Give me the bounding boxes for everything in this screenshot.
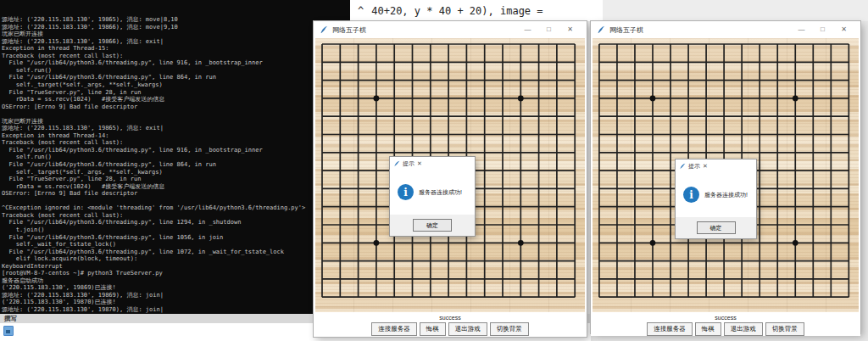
terminal-line: t.join() [2, 226, 350, 234]
editor-caret: ^ [358, 5, 364, 17]
terminal-line: 源地址: ('220.115.183.130', 19866), 消息: mov… [2, 24, 350, 31]
gomoku-window-2: 网络五子棋 — □ ✕ success 连接服务器 悔棋 退出游戏 切换背景 提… [591, 21, 860, 333]
dialog-close-icon[interactable]: ✕ [417, 160, 422, 167]
desktop-background [603, 0, 868, 21]
minimize-button[interactable]: — [517, 21, 538, 38]
terminal-line: KeyboardInterrupt [2, 263, 350, 271]
switch-background-button[interactable]: 切换背景 [765, 322, 804, 336]
exit-game-button[interactable]: 退出游戏 [724, 322, 763, 336]
info-icon: i [398, 184, 414, 200]
terminal-line: Traceback (most recent call last): [2, 139, 350, 147]
terminal-line: 源地址: ('220.115.183.130', 19870), 消息: joi… [2, 306, 350, 314]
dialog-title: 提示 [403, 159, 415, 168]
terminal-line: File "/usr/lib64/python3.6/threading.py"… [2, 59, 350, 67]
close-button[interactable]: ✕ [833, 21, 854, 38]
terminal-line: File "/usr/lib64/python3.6/threading.py"… [2, 161, 350, 169]
dialog-titlebar[interactable]: 提示 ✕ [676, 159, 756, 172]
file-thumbnail-icon[interactable] [3, 326, 14, 336]
window-bottom-bar: success 连接服务器 悔棋 退出游戏 切换背景 [314, 312, 587, 337]
maximize-button[interactable]: □ [538, 21, 559, 38]
terminal-line: self._target(*self._args, **self._kwargs… [2, 169, 350, 176]
terminal-line: [root@VM-8-7-centos ~]# python3 TrueServ… [2, 270, 350, 277]
dialog-title: 提示 [688, 162, 700, 170]
terminal-line: rData = ss.recv(1024) #接受客户端发送的信息 [2, 96, 350, 103]
exit-game-button[interactable]: 退出游戏 [448, 322, 487, 336]
dialog-close-icon[interactable]: ✕ [703, 163, 708, 170]
status-label: success [439, 315, 460, 321]
terminal-line: OSError: [Errno 9] Bad file descriptor [2, 103, 350, 111]
terminal-line: 源地址: ('220.115.183.130', 19865), 消息: mov… [2, 16, 350, 24]
feather-app-icon [320, 25, 328, 34]
terminal-line: ('220.115.183.130', 19870)已连接! [2, 299, 350, 306]
terminal-line: ^CException ignored in: <module 'threadi… [2, 204, 350, 212]
window-title: 网络五子棋 [609, 25, 791, 35]
window-bottom-bar: success 连接服务器 悔棋 退出游戏 切换背景 [591, 312, 860, 336]
terminal-line: OSError: [Errno 9] Bad file descriptor [2, 190, 350, 198]
compose-tab-label: 撰写 [4, 315, 17, 323]
terminal-line: File "/usr/lib64/python3.6/threading.py"… [2, 234, 350, 242]
terminal-line: Traceback (most recent call last): [2, 53, 350, 60]
terminal-line: Traceback (most recent call last): [2, 212, 350, 220]
terminal-line: self._target(*self._args, **self._kwargs… [2, 81, 350, 89]
terminal-line: 玩家已断开连接 [2, 118, 350, 126]
terminal-line: rData = ss.recv(1024) #接受客户端发送的信息 [2, 183, 350, 191]
undo-move-button[interactable]: 悔棋 [420, 322, 446, 336]
dialog-message: 服务器连接成功! [419, 188, 462, 197]
terminal-line: File "/usr/lib64/python3.6/threading.py"… [2, 147, 350, 154]
terminal-line: 源地址: ('220.115.183.130', 19869), 消息: joi… [2, 292, 350, 299]
maximize-button[interactable]: □ [812, 21, 833, 38]
feather-app-icon [393, 160, 400, 167]
terminal-line: ('220.115.183.130', 19869)已连接! [2, 284, 350, 292]
gomoku-window-1: 网络五子棋 — □ ✕ success 连接服务器 悔棋 退出游戏 切换背景 提… [314, 21, 587, 337]
connect-server-button[interactable]: 连接服务器 [647, 322, 693, 336]
feather-app-icon [597, 25, 605, 34]
terminal-line: File "/usr/lib64/python3.6/threading.py"… [2, 249, 350, 256]
terminal[interactable]: 源地址: ('220.115.183.130', 19865), 消息: mov… [0, 0, 350, 314]
minimize-button[interactable]: — [791, 21, 812, 38]
ok-button[interactable]: 确定 [413, 219, 452, 232]
code-editor-strip[interactable]: ^ 40+20, y * 40 + 20), image = [350, 0, 603, 21]
terminal-line: File "TrueServer.py", line 28, in run [2, 176, 350, 183]
status-label: success [715, 315, 736, 321]
editor-code-text: 40+20, y * 40 + 20), image = [371, 5, 542, 17]
terminal-line: elif lock.acquire(block, timeout): [2, 255, 350, 263]
dialog-message: 服务器连接成功! [704, 191, 748, 199]
terminal-line: 源地址: ('220.115.183.130', 19865), 消息: exi… [2, 125, 350, 132]
terminal-line: self.run() [2, 67, 350, 75]
feather-app-icon [679, 163, 686, 170]
terminal-line: File "/usr/lib64/python3.6/threading.py"… [2, 219, 350, 226]
undo-move-button[interactable]: 悔棋 [695, 322, 721, 336]
terminal-line: Exception in thread Thread-15: [2, 45, 350, 53]
close-button[interactable]: ✕ [559, 21, 581, 38]
terminal-line: File "TrueServer.py", line 28, in run [2, 89, 350, 97]
terminal-line: self._wait_for_tstate_lock() [2, 241, 350, 249]
ok-button[interactable]: 确定 [697, 221, 736, 234]
terminal-line: 服务器启动成功 [2, 277, 350, 285]
dialog-titlebar[interactable]: 提示 ✕ [390, 157, 475, 170]
terminal-output: 源地址: ('220.115.183.130', 19865), 消息: mov… [2, 16, 350, 314]
window-titlebar[interactable]: 网络五子棋 — □ ✕ [591, 21, 860, 38]
terminal-line [2, 110, 350, 118]
message-dialog: 提示 ✕ i 服务器连接成功! 确定 [676, 159, 756, 238]
switch-background-button[interactable]: 切换背景 [490, 322, 529, 336]
connect-server-button[interactable]: 连接服务器 [371, 322, 417, 336]
terminal-line: 玩家已断开连接 [2, 31, 350, 38]
info-icon: i [683, 187, 699, 203]
terminal-line: Exception in thread Thread-14: [2, 132, 350, 140]
terminal-line: 源地址: ('220.115.183.130', 19866), 消息: exi… [2, 38, 350, 46]
terminal-line: File "/usr/lib64/python3.6/threading.py"… [2, 74, 350, 81]
terminal-line: self.run() [2, 154, 350, 161]
message-dialog: 提示 ✕ i 服务器连接成功! 确定 [390, 157, 475, 236]
window-titlebar[interactable]: 网络五子棋 — □ ✕ [314, 21, 587, 38]
terminal-line [2, 198, 350, 205]
window-title: 网络五子棋 [332, 25, 517, 35]
